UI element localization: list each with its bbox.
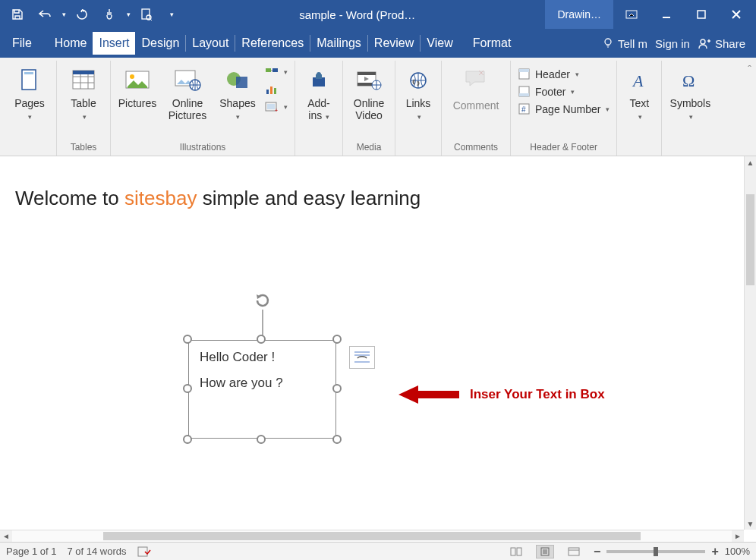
- tab-view[interactable]: View: [421, 32, 458, 55]
- zoom-out-button[interactable]: −: [594, 545, 600, 558]
- zoom-thumb[interactable]: [654, 547, 658, 556]
- scroll-right-button[interactable]: ►: [732, 530, 744, 542]
- text-button[interactable]: A Text▾: [622, 62, 657, 121]
- comment-button: Comment: [446, 62, 506, 113]
- svg-rect-9: [73, 71, 94, 74]
- footer-button[interactable]: Footer▾: [515, 84, 612, 99]
- undo-button[interactable]: [33, 3, 56, 26]
- layout-options-button[interactable]: [349, 346, 375, 369]
- tab-design[interactable]: Design: [135, 32, 185, 55]
- sign-in-button[interactable]: Sign in: [655, 37, 690, 50]
- svg-point-4: [605, 39, 611, 45]
- tab-format[interactable]: Format: [467, 32, 518, 55]
- tab-home[interactable]: Home: [49, 32, 93, 55]
- online-pictures-label: Online Pictures: [164, 97, 211, 121]
- zoom-level[interactable]: 100%: [725, 546, 750, 557]
- tab-insert[interactable]: Insert: [93, 32, 135, 55]
- undo-dropdown[interactable]: ▾: [62, 11, 66, 18]
- svg-rect-19: [270, 87, 272, 94]
- textbox-shape[interactable]: Hello Coder ! How are you ?: [188, 340, 336, 439]
- word-count[interactable]: 7 of 14 words: [68, 546, 127, 557]
- shapes-button[interactable]: Shapes▾: [216, 62, 260, 121]
- svg-rect-20: [274, 88, 276, 94]
- svg-rect-3: [698, 11, 705, 18]
- collapse-ribbon-button[interactable]: ˆ: [748, 64, 751, 76]
- svg-rect-39: [511, 548, 515, 555]
- online-video-button[interactable]: Online Video: [348, 62, 390, 121]
- links-button[interactable]: Links▾: [400, 62, 436, 121]
- resize-handle-w[interactable]: [183, 384, 192, 393]
- footer-icon: [518, 86, 531, 98]
- read-mode-button[interactable]: [507, 545, 525, 558]
- touch-mode-button[interactable]: [98, 3, 121, 26]
- hscroll-thumb[interactable]: [103, 532, 641, 540]
- links-label: Links: [406, 97, 431, 109]
- save-button[interactable]: [6, 3, 29, 26]
- spell-check-button[interactable]: [137, 546, 151, 558]
- svg-rect-18: [266, 90, 269, 94]
- table-button[interactable]: Table▾: [61, 62, 106, 121]
- table-label: Table: [71, 97, 96, 109]
- resize-handle-se[interactable]: [332, 435, 342, 444]
- header-button[interactable]: Header▾: [515, 67, 612, 82]
- screenshot-button[interactable]: +▾: [263, 99, 290, 115]
- zoom-in-button[interactable]: +: [711, 545, 718, 558]
- minimize-button[interactable]: [653, 3, 680, 26]
- smartart-button[interactable]: ▾: [263, 64, 290, 80]
- resize-handle-nw[interactable]: [183, 335, 192, 344]
- contextual-tab-drawing[interactable]: Drawin…: [545, 0, 613, 29]
- media-group-label: Media: [357, 140, 382, 156]
- rotation-handle[interactable]: [254, 291, 272, 310]
- web-layout-button[interactable]: [565, 545, 583, 558]
- tell-me-search[interactable]: Tell m: [602, 37, 647, 50]
- scroll-left-button[interactable]: ◄: [0, 530, 12, 542]
- addins-button[interactable]: Add-ins ▾: [300, 62, 338, 121]
- heading-post: simple and easy learning: [197, 187, 421, 209]
- svg-rect-42: [569, 548, 579, 555]
- tab-mailings[interactable]: Mailings: [310, 32, 367, 55]
- page-number-button[interactable]: #Page Number▾: [515, 102, 612, 117]
- resize-handle-e[interactable]: [332, 384, 342, 393]
- share-label: Share: [715, 37, 745, 50]
- svg-point-11: [130, 74, 134, 79]
- online-pictures-button[interactable]: Online Pictures: [162, 62, 213, 121]
- page-number-label: Page Number: [535, 103, 600, 115]
- scroll-down-button[interactable]: ▼: [745, 518, 756, 530]
- print-layout-button[interactable]: [536, 545, 554, 558]
- share-button[interactable]: Share: [698, 37, 745, 50]
- resize-handle-n[interactable]: [257, 335, 266, 344]
- ribbon-display-button[interactable]: [618, 3, 645, 26]
- textbox-line1[interactable]: Hello Coder !: [200, 350, 325, 365]
- tab-review[interactable]: Review: [368, 32, 420, 55]
- links-group-label: [417, 140, 419, 156]
- scroll-up-button[interactable]: ▲: [745, 156, 756, 168]
- horizontal-scrollbar[interactable]: ◄ ►: [0, 530, 744, 542]
- pages-button[interactable]: Pages▾: [8, 62, 52, 121]
- resize-handle-ne[interactable]: [332, 335, 342, 344]
- tab-references[interactable]: References: [235, 32, 310, 55]
- svg-rect-31: [519, 69, 529, 72]
- vertical-scrollbar[interactable]: ▲ ▼: [744, 156, 756, 530]
- heading-pre: Welcome to: [15, 187, 124, 209]
- maximize-button[interactable]: [688, 3, 715, 26]
- page-indicator[interactable]: Page 1 of 1: [6, 546, 57, 557]
- chart-button[interactable]: [263, 82, 290, 97]
- tables-group-label: Tables: [71, 140, 97, 156]
- zoom-slider[interactable]: [606, 550, 705, 553]
- print-preview-button[interactable]: [135, 3, 158, 26]
- textbox-line2[interactable]: How are you ?: [200, 376, 325, 391]
- vscroll-thumb[interactable]: [746, 194, 754, 285]
- comments-group-label: Comments: [454, 140, 498, 156]
- resize-handle-sw[interactable]: [183, 435, 192, 444]
- tab-layout[interactable]: Layout: [186, 32, 235, 55]
- close-button[interactable]: [723, 3, 750, 26]
- touch-dropdown[interactable]: ▾: [127, 11, 131, 18]
- resize-handle-s[interactable]: [257, 435, 266, 444]
- tab-file[interactable]: File: [6, 32, 38, 55]
- redo-button[interactable]: [71, 3, 93, 26]
- svg-rect-7: [24, 72, 33, 74]
- online-video-label: Online Video: [349, 97, 389, 121]
- pictures-button[interactable]: Pictures: [115, 62, 159, 109]
- annotation-text: Inser Your Text in Box: [470, 387, 605, 402]
- symbols-button[interactable]: Ω Symbols▾: [666, 62, 713, 121]
